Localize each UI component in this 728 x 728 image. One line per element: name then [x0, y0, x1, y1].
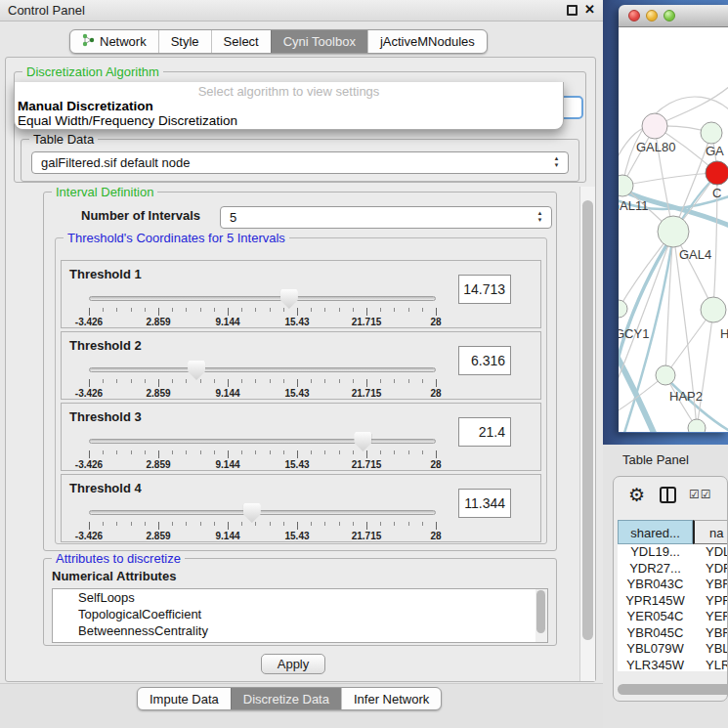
column-header-shared-name[interactable]: shared...	[618, 520, 693, 544]
slider-tick-label: -3.426	[75, 388, 103, 399]
slider-tick	[131, 308, 132, 312]
zoom-traffic-light[interactable]	[664, 10, 675, 21]
list-scrollbar-thumb[interactable]	[536, 590, 545, 633]
slider-tick	[297, 379, 298, 387]
threshold-slider-track[interactable]	[89, 510, 436, 515]
interval-definition-legend: Interval Definition	[52, 185, 157, 199]
table-row[interactable]: YDR27...YDR27	[618, 561, 727, 578]
slider-tick	[172, 308, 173, 312]
table-h-scrollbar-thumb[interactable]	[618, 684, 727, 695]
threshold-value-field[interactable]: 11.344	[458, 489, 511, 518]
tab-jactivemnodules[interactable]: jActiveMNodules	[367, 30, 487, 53]
float-window-icon[interactable]	[567, 5, 578, 16]
slider-tick	[311, 379, 312, 383]
slider-tick	[408, 450, 409, 454]
network-edge[interactable]	[622, 173, 717, 186]
tab-style[interactable]: Style	[158, 30, 211, 53]
slider-tick-label: 15.43	[284, 317, 309, 327]
list-item[interactable]: SelfLoops	[53, 589, 547, 606]
table-row[interactable]: YLR345WYLR345W	[618, 658, 727, 672]
combo-stepper-icon: ▲▼	[535, 210, 544, 224]
close-icon[interactable]: ✕	[584, 2, 595, 17]
network-node[interactable]	[701, 122, 722, 144]
slider-tick	[394, 450, 395, 454]
slider-tick	[436, 379, 437, 387]
number-of-intervals-combobox[interactable]: 5 ▲▼	[220, 206, 552, 229]
slider-tick	[339, 522, 340, 526]
table-data-combobox[interactable]: galFiltered.sif default node ▲▼	[31, 151, 569, 174]
table-row[interactable]: YPR145WYPR145W	[618, 593, 727, 610]
threshold-value-field[interactable]: 21.4	[458, 417, 511, 447]
cell-shared-name: YER054C	[618, 609, 693, 625]
settings-scrollbar-thumb[interactable]	[582, 200, 593, 640]
tab-cyni-toolbox[interactable]: Cyni Toolbox	[271, 30, 367, 53]
table-row[interactable]: YDL19...YDL19	[618, 544, 727, 561]
network-node[interactable]	[619, 300, 627, 318]
network-node[interactable]	[701, 297, 726, 322]
interval-definition-group: Interval Definition Number of Intervals …	[43, 192, 557, 551]
tab-select[interactable]: Select	[211, 30, 271, 53]
threshold-value-field[interactable]: 14.713	[458, 275, 511, 304]
cell-shared-name: YDL19...	[618, 544, 693, 561]
slider-tick-label: 9.144	[215, 459, 239, 470]
minimize-traffic-light[interactable]	[646, 10, 658, 21]
cell-name: YDR27	[693, 561, 727, 578]
table-header-row: shared... na	[618, 520, 727, 544]
threshold-value-field[interactable]: 6.316	[458, 346, 511, 375]
network-canvas[interactable]: GAL80GACGAL11GAL4GCY1HHAP2	[619, 27, 728, 432]
apply-button[interactable]: Apply	[261, 654, 325, 674]
dropdown-option-manual[interactable]: Manual Discretization	[15, 99, 563, 113]
slider-tick	[116, 450, 117, 454]
tab-discretize-data[interactable]: Discretize Data	[231, 688, 341, 709]
list-item[interactable]: BetweennessCentrality	[53, 622, 547, 639]
cell-name: YBR045C	[693, 625, 727, 642]
column-header-name[interactable]: na	[693, 520, 727, 544]
slider-tick	[103, 308, 104, 312]
network-node[interactable]	[642, 113, 667, 139]
threshold-slider-thumb[interactable]	[243, 503, 261, 523]
network-node[interactable]	[688, 419, 706, 432]
slider-tick-labels: -3.4262.8599.14415.4321.71528	[89, 317, 436, 328]
tab-label: Style	[171, 34, 199, 49]
slider-tick-label: 15.43	[284, 388, 309, 399]
table-row[interactable]: YBL079WYBL079W	[618, 641, 727, 658]
column-checkbox-icons[interactable]: ☑☑	[689, 488, 712, 501]
network-node-label: C	[712, 186, 721, 200]
slider-tick-label: 15.43	[284, 459, 309, 470]
numerical-attributes-list[interactable]: SelfLoopsTopologicalCoefficientBetweenne…	[52, 588, 548, 643]
threshold-slider-thumb[interactable]	[188, 361, 205, 380]
slider-tick	[324, 522, 325, 526]
threshold-slider-track[interactable]	[89, 439, 436, 444]
threshold-slider-track[interactable]	[89, 296, 436, 301]
threshold-slider-track[interactable]	[89, 367, 436, 372]
tab-label: Select	[224, 34, 259, 49]
threshold-slider-thumb[interactable]	[280, 289, 298, 309]
dropdown-option-equal-width[interactable]: Equal Width/Frequency Discretization	[15, 113, 563, 128]
table-row[interactable]: YER054CYER054C	[618, 609, 727, 625]
network-node[interactable]	[658, 216, 689, 247]
settings-scrollbar[interactable]	[579, 187, 595, 681]
table-row[interactable]: YBR045CYBR045C	[618, 625, 727, 642]
table-h-scrollbar[interactable]	[618, 684, 727, 696]
list-scrollbar[interactable]	[535, 589, 547, 642]
slider-tick-label: 15.43	[284, 531, 309, 541]
split-view-icon[interactable]	[660, 487, 676, 503]
tab-network[interactable]: Network	[70, 30, 158, 53]
gear-icon[interactable]: ⚙	[628, 484, 645, 506]
slider-tick	[366, 450, 367, 458]
list-item[interactable]: TopologicalCoefficient	[53, 606, 547, 622]
cell-shared-name: YLR345W	[618, 658, 693, 672]
network-node[interactable]	[656, 365, 675, 385]
slider-tick-label: -3.426	[75, 317, 103, 327]
network-node[interactable]	[706, 161, 728, 185]
slider-tick-label: 21.715	[352, 388, 382, 399]
close-traffic-light[interactable]	[628, 10, 640, 21]
table-row[interactable]: YBR043CYBR043C	[618, 577, 727, 593]
slider-tick-label: -3.426	[75, 459, 103, 470]
threshold-slider-thumb[interactable]	[354, 432, 371, 451]
slider-tick	[408, 522, 409, 526]
network-edge[interactable]	[697, 310, 713, 428]
slider-tick-label: 21.715	[352, 317, 382, 327]
tab-impute-data[interactable]: Impute Data	[138, 688, 231, 709]
tab-infer-network[interactable]: Infer Network	[341, 688, 441, 709]
